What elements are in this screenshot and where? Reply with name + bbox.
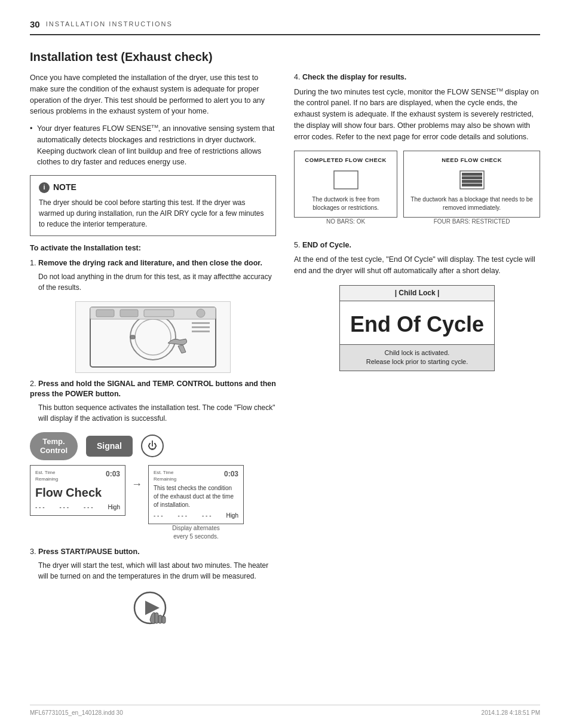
timer-row-2: Est. TimeRemaining 0:03 xyxy=(154,469,238,482)
note-text: The dryer should be cool before starting… xyxy=(39,197,267,230)
step-4-tm: TM xyxy=(496,87,503,93)
note-icon: i xyxy=(39,182,50,193)
signal-label: Signal xyxy=(97,441,122,451)
timer-val-1: 0:03 xyxy=(106,469,120,482)
svg-rect-19 xyxy=(462,173,482,176)
step-5: 5. END of Cycle. At the end of the test … xyxy=(294,240,540,277)
end-cycle-footer: Child lock is activated.Release lock pri… xyxy=(340,344,494,371)
signal-button: Signal xyxy=(86,436,133,457)
svg-rect-9 xyxy=(192,326,210,328)
step-1-body: Do not load anything in the drum for thi… xyxy=(30,271,276,293)
dots-row-1: - - - - - - - - - High xyxy=(35,503,120,512)
flow-check-text: Flow Check xyxy=(35,484,120,501)
page-number: 30 xyxy=(30,18,40,30)
step-2: 2. Press and hold the SIGNAL and TEMP. C… xyxy=(30,379,276,424)
svg-rect-20 xyxy=(462,176,482,179)
step-5-number: 5. xyxy=(294,241,300,249)
step-3: 3. Press START/PAUSE button. The dryer w… xyxy=(30,547,276,582)
header-title: INSTALLATION INSTRUCTIONS xyxy=(46,20,173,29)
flow-bars-svg-1 xyxy=(331,168,361,192)
start-button-area xyxy=(129,590,177,638)
step-2-number: 2. xyxy=(30,380,36,388)
svg-rect-11 xyxy=(130,335,135,339)
step-2-title-text: Press and hold the SIGNAL and TEMP. CONT… xyxy=(30,380,276,399)
display-panel-2: Est. TimeRemaining 0:03 This test checks… xyxy=(148,465,244,524)
flow-panel-2-title: NEED FLOW CHECK xyxy=(409,156,535,164)
flow-panel-2-desc: The ductwork has a blockage that needs t… xyxy=(409,195,535,212)
bullet-text-start: Your dryer features FLOW SENSE xyxy=(37,124,151,133)
step-5-body: At the end of the test cycle, "End Of Cy… xyxy=(294,254,540,277)
footer-right: 2014.1.28 4:18:51 PM xyxy=(482,709,540,717)
two-col-layout: Once you have completed the installation… xyxy=(30,72,540,644)
col-left: Once you have completed the installation… xyxy=(30,72,276,644)
end-of-cycle-text: End Of Cycle xyxy=(340,301,494,344)
temp-control-label: Temp.Control xyxy=(40,437,68,455)
step-5-title: 5. END of Cycle. xyxy=(294,240,540,251)
end-cycle-footer-line1: Child lock is activated.Release lock pri… xyxy=(366,349,468,365)
timer-val-2: 0:03 xyxy=(224,469,238,482)
svg-rect-15 xyxy=(158,615,162,623)
flow-panel-1-label: NO BARS: OK xyxy=(326,218,365,226)
high-label-2: High xyxy=(226,512,238,520)
child-lock-text: Child Lock xyxy=(399,289,435,297)
svg-rect-21 xyxy=(462,180,482,183)
step-4-number: 4. xyxy=(294,73,300,81)
svg-rect-5 xyxy=(120,310,138,317)
flow-panel-1-desc: The ductwork is free from blockages or r… xyxy=(299,195,392,212)
step-4-title-text: Check the display for results. xyxy=(302,73,406,81)
step-1: 1. Remove the drying rack and literature… xyxy=(30,258,276,293)
section-title: Installation test (Exhaust check) xyxy=(30,48,540,65)
child-lock-end: | xyxy=(436,289,440,297)
note-box: i NOTE The dryer should be cool before s… xyxy=(30,175,276,236)
svg-rect-10 xyxy=(192,331,210,332)
panel-2-msg: This test checks the condition of the ex… xyxy=(154,484,238,509)
flow-panel-completed: COMPLETED FLOW CHECK The ductwork is fre… xyxy=(294,151,397,217)
high-label-1: High xyxy=(108,503,120,512)
step-4-body: During the two minutes test cycle, monit… xyxy=(294,87,540,143)
temp-control-button: Temp.Control xyxy=(30,432,78,460)
activate-label: To activate the Installation test: xyxy=(30,243,276,254)
trademark-sup: TM xyxy=(151,124,158,129)
step-4: 4. Check the display for results. During… xyxy=(294,72,540,142)
step-3-number: 3. xyxy=(30,547,36,556)
intro-text: Once you have completed the installation… xyxy=(30,72,276,117)
flow-panel-1-title: COMPLETED FLOW CHECK xyxy=(299,156,392,164)
dots-4: - - - xyxy=(154,512,163,520)
dots-3: - - - xyxy=(84,503,93,512)
page-footer: MFL67731015_en_140128.indd 30 2014.1.28 … xyxy=(30,705,540,717)
display-label: Display alternatesevery 5 seconds. xyxy=(166,524,226,541)
end-cycle-panel: | Child Lock | End Of Cycle Child lock i… xyxy=(339,285,495,371)
page-header: 30 INSTALLATION INSTRUCTIONS xyxy=(30,18,540,35)
footer-left: MFL67731015_en_140128.indd 30 xyxy=(30,709,123,717)
step-2-body: This button sequence activates the insta… xyxy=(30,402,276,424)
timer-row-1: Est. TimeRemaining 0:03 xyxy=(35,469,120,482)
step-1-title: 1. Remove the drying rack and literature… xyxy=(30,258,276,269)
svg-rect-17 xyxy=(334,171,358,189)
control-buttons-diagram: Temp.Control Signal ⏻ xyxy=(30,432,276,460)
page: 30 INSTALLATION INSTRUCTIONS Installatio… xyxy=(0,0,570,728)
svg-rect-14 xyxy=(155,613,158,623)
note-title: NOTE xyxy=(53,182,76,194)
flow-bars-svg-2 xyxy=(457,168,487,192)
start-button-svg xyxy=(132,590,174,638)
svg-rect-6 xyxy=(144,310,174,317)
svg-rect-22 xyxy=(462,183,482,186)
flow-check-row: COMPLETED FLOW CHECK The ductwork is fre… xyxy=(294,151,540,231)
power-icon: ⏻ xyxy=(148,439,157,452)
flow-panel-needed: NEED FLOW CHECK The ductwork h xyxy=(403,151,540,217)
arrow-symbol: → xyxy=(131,465,142,492)
child-lock-header: | Child Lock | xyxy=(340,286,494,301)
svg-rect-16 xyxy=(162,616,166,623)
step-5-title-text: END of Cycle. xyxy=(302,241,351,249)
step-4-title: 4. Check the display for results. xyxy=(294,72,540,83)
dots-1: - - - xyxy=(35,503,45,512)
step-3-title-text: Press START/PAUSE button. xyxy=(38,547,140,556)
power-button: ⏻ xyxy=(141,435,164,457)
bullet-item: Your dryer features FLOW SENSETM, an inn… xyxy=(30,123,276,168)
dryer-svg xyxy=(81,304,225,370)
note-header: i NOTE xyxy=(39,182,267,194)
flow-panel-2-label: FOUR BARS: RESTRICTED xyxy=(434,218,510,226)
step-3-title: 3. Press START/PAUSE button. xyxy=(30,547,276,558)
est-time-label-1: Est. TimeRemaining xyxy=(35,469,58,482)
step-3-body: The dryer will start the test, which wil… xyxy=(30,560,276,582)
